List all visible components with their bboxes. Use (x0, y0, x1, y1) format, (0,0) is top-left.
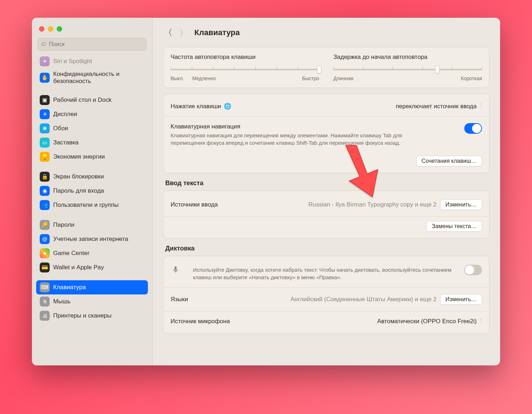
hand-icon: ✋ (40, 73, 50, 83)
sidebar-item-label: Wallet и Apple Pay (53, 264, 104, 271)
key-repeat-rate-label: Частота автоповтора клавиши (171, 54, 319, 61)
text-input-card: Источники ввода Russian - Ilya Birman Ty… (163, 191, 489, 238)
globe-keynav-card: Нажатие клавиши 🌐 переключает источник в… (163, 94, 489, 173)
sidebar-item-keyboard[interactable]: ⌨Клавиатура (36, 280, 148, 294)
input-sources-edit-button[interactable]: Изменить… (440, 199, 482, 210)
sidebar-item[interactable]: 🖨Принтеры и сканеры (36, 309, 148, 323)
sidebar-item-label: Дисплеи (53, 111, 77, 118)
lock-screen-icon: 🔒 (40, 172, 50, 182)
sidebar-item[interactable]: ▭Заставка (36, 136, 148, 150)
search-field[interactable] (38, 38, 146, 51)
sidebar-item[interactable]: ✋Конфиденциальность и безопасность (36, 68, 148, 87)
dictation-toggle[interactable] (464, 265, 482, 275)
fingerprint-icon: ◉ (40, 186, 50, 196)
sidebar: ✦Siri и Spotlight ✋Конфиденциальность и … (32, 18, 153, 365)
at-icon: @ (40, 234, 50, 244)
shortcuts-button[interactable]: Сочетания клавиш… (416, 156, 482, 166)
content-header: 〈 〉 Клавиатура (153, 18, 500, 44)
mouse-icon: 🖱 (40, 297, 50, 307)
forward-button[interactable]: 〉 (179, 27, 188, 38)
globe-key-label: Нажатие клавиши (171, 103, 221, 110)
delay-slider[interactable] (333, 66, 482, 73)
dictation-lang-edit-button[interactable]: Изменить… (440, 294, 482, 305)
close-window-button[interactable] (39, 26, 44, 32)
window-controls (32, 23, 152, 38)
sidebar-item[interactable]: ▣Рабочий стол и Dock (36, 93, 148, 107)
dictation-desc: Используйте Диктовку, когда хотите набра… (193, 266, 455, 281)
repeat-card: Частота автоповтора клавиши Выкл. Медлен… (163, 47, 489, 88)
bulb-icon: 💡 (40, 152, 50, 162)
minimize-window-button[interactable] (48, 26, 53, 32)
back-button[interactable]: 〈 (164, 27, 172, 38)
search-input[interactable] (49, 41, 143, 48)
slider-max-label: Быстро (302, 76, 319, 81)
sidebar-item-label: Siri и Spotlight (53, 58, 92, 65)
sidebar-item-label: Принтеры и сканеры (53, 312, 112, 319)
printer-icon: 🖨 (40, 311, 50, 321)
mic-source-select[interactable]: Автоматически (OPPO Enco Free2i) ˄˅ (377, 318, 482, 325)
sidebar-item-label: Конфиденциальность и безопасность (53, 71, 144, 85)
sidebar-item[interactable]: 🖱Мышь (36, 294, 148, 309)
users-icon: 👥 (40, 200, 50, 210)
sidebar-item[interactable]: 🔑Пароли (36, 218, 148, 232)
mic-source-value: Автоматически (OPPO Enco Free2i) (377, 318, 477, 325)
sidebar-item[interactable]: ◉Пароль для входа (36, 184, 148, 198)
microphone-icon (171, 265, 181, 275)
globe-key-select[interactable]: переключает источник ввода ˄˅ (396, 103, 482, 110)
sidebar-item-label: Рабочий стол и Dock (53, 96, 111, 104)
sidebar-item-label: Экран блокировки (53, 173, 104, 180)
sidebar-item[interactable]: ☀Дисплеи (36, 107, 148, 121)
mic-source-label: Источник микрофона (171, 318, 230, 325)
sidebar-item-label: Экономия энергии (53, 153, 105, 160)
sidebar-item-label: Обои (53, 125, 68, 132)
wallpaper-icon: ❀ (40, 123, 50, 133)
sidebar-list[interactable]: ✦Siri и Spotlight ✋Конфиденциальность и … (32, 54, 152, 360)
chevron-updown-icon: ˄˅ (480, 319, 482, 324)
slider-min-label: Длинная (333, 76, 353, 81)
sidebar-item[interactable]: ●Game Center (36, 246, 148, 260)
text-replacements-button[interactable]: Замены текста… (426, 221, 482, 232)
keyboard-nav-desc: Клавиатурная навигация для перемещения м… (171, 132, 433, 147)
globe-icon: 🌐 (224, 103, 231, 110)
slider-min-label: Выкл. (171, 76, 184, 81)
sidebar-item[interactable]: 🔒Экран блокировки (36, 170, 148, 184)
sidebar-item[interactable]: 💳Wallet и Apple Pay (36, 260, 148, 275)
dock-icon: ▣ (40, 95, 50, 105)
sidebar-item[interactable]: @Учетные записи интернета (36, 232, 148, 246)
sidebar-item[interactable]: 👥Пользователи и группы (36, 198, 148, 212)
sidebar-item[interactable]: ❀Обои (36, 121, 148, 136)
keyboard-nav-toggle[interactable] (464, 123, 482, 134)
chevron-updown-icon: ˄˅ (480, 104, 482, 109)
settings-window: ✦Siri и Spotlight ✋Конфиденциальность и … (32, 18, 500, 365)
zoom-window-button[interactable] (57, 26, 62, 32)
slider-mid-label: Медленно (192, 76, 216, 81)
sidebar-item-label: Пароли (53, 221, 74, 228)
dictation-lang-value: Английский (Соединенные Штаты Америки) и… (290, 296, 437, 303)
key-icon: 🔑 (40, 220, 50, 230)
sidebar-item-label: Пользователи и группы (53, 202, 119, 209)
keyboard-icon: ⌨ (40, 282, 50, 292)
display-icon: ☀ (40, 109, 50, 119)
slider-max-label: Короткая (461, 76, 482, 81)
wallet-icon: 💳 (40, 263, 50, 272)
dictation-section-title: Диктовка (165, 245, 487, 252)
globe-key-value: переключает источник ввода (396, 103, 477, 110)
page-title: Клавиатура (194, 28, 240, 37)
sidebar-item-label: Учетные записи интернета (53, 236, 128, 243)
sidebar-item-label: Game Center (53, 250, 89, 257)
keyboard-nav-label: Клавиатурная навигация (171, 123, 464, 130)
dictation-lang-label: Языки (171, 296, 188, 303)
text-input-section-title: Ввод текста (165, 180, 487, 187)
sidebar-item[interactable]: ✦Siri и Spotlight (36, 54, 148, 68)
dictation-card: Используйте Диктовку, когда хотите набра… (163, 256, 489, 334)
input-sources-value: Russian - Ilya Birman Typography copy и … (309, 201, 437, 208)
search-icon (41, 42, 47, 47)
gamecenter-icon: ● (40, 248, 50, 258)
content-pane: 〈 〉 Клавиатура Частота автоповтора клави… (153, 18, 500, 365)
siri-icon: ✦ (40, 56, 50, 66)
input-sources-label: Источники ввода (171, 201, 218, 208)
delay-label: Задержка до начала автоповтора (333, 54, 482, 61)
key-repeat-rate-slider[interactable] (171, 66, 319, 73)
screensaver-icon: ▭ (40, 138, 50, 148)
sidebar-item[interactable]: 💡Экономия энергии (36, 150, 148, 164)
